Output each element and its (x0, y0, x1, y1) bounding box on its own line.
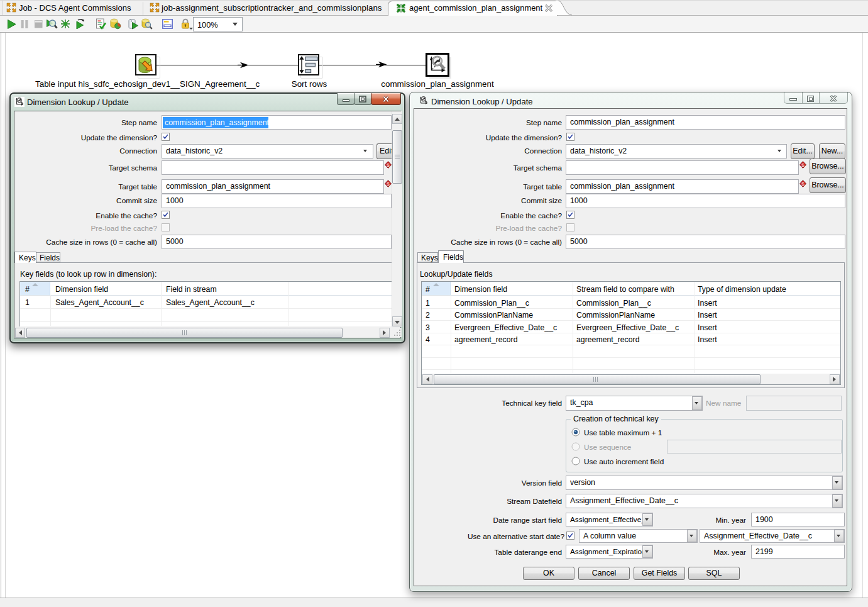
svg-text:$: $ (387, 162, 390, 168)
svg-text:$: $ (387, 181, 390, 187)
svg-text:$: $ (801, 181, 805, 187)
svg-text:$: $ (801, 162, 805, 168)
